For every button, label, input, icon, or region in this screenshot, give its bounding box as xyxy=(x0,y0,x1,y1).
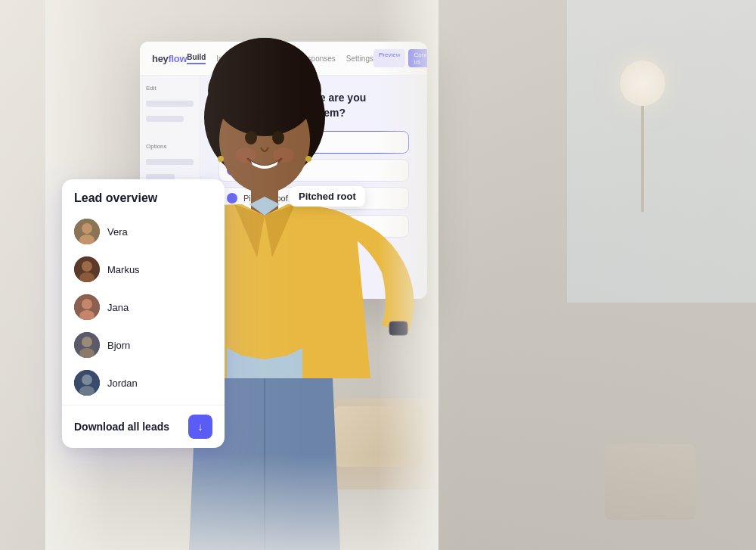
lead-item-bjorn[interactable]: Bjorn xyxy=(68,326,218,364)
svg-point-28 xyxy=(272,131,284,144)
lead-item-jana[interactable]: Jana xyxy=(68,288,218,326)
lead-name-jordan: Jordan xyxy=(107,378,138,389)
lead-list: Vera Markus Jana xyxy=(62,213,225,402)
bg-chair xyxy=(605,444,696,520)
svg-point-30 xyxy=(273,148,294,163)
lead-name-vera: Vera xyxy=(107,226,128,238)
svg-point-27 xyxy=(245,131,257,144)
lead-overview-card: Lead overview Vera Markus xyxy=(62,179,225,448)
svg-point-31 xyxy=(218,156,224,162)
lead-item-markus[interactable]: Markus xyxy=(68,250,218,288)
svg-point-32 xyxy=(305,156,311,162)
lamp-pole xyxy=(641,106,644,212)
download-button[interactable]: ↓ xyxy=(188,415,212,439)
lamp-shade xyxy=(620,61,665,106)
svg-point-29 xyxy=(235,148,256,163)
svg-point-7 xyxy=(82,299,92,309)
svg-point-1 xyxy=(82,223,92,234)
svg-point-20 xyxy=(223,38,306,113)
svg-rect-38 xyxy=(45,454,438,550)
avatar-jana xyxy=(74,294,100,320)
lead-name-bjorn: Bjorn xyxy=(107,340,130,351)
bg-lamp xyxy=(620,61,665,212)
lead-card-header: Lead overview xyxy=(62,179,225,213)
lead-item-vera[interactable]: Vera xyxy=(68,213,218,250)
lead-card-footer: Download all leads ↓ xyxy=(62,405,225,448)
download-label: Download all leads xyxy=(74,421,169,433)
svg-point-13 xyxy=(82,374,92,385)
lead-name-markus: Markus xyxy=(107,264,140,275)
svg-point-4 xyxy=(82,261,92,272)
lead-name-jana: Jana xyxy=(107,302,129,313)
lead-overview-title: Lead overview xyxy=(74,191,212,205)
pitched-root-badge: Pitched root xyxy=(290,186,365,207)
avatar-jordan xyxy=(74,370,100,396)
avatar-vera xyxy=(74,219,100,244)
lead-item-jordan[interactable]: Jordan xyxy=(68,364,218,402)
svg-point-10 xyxy=(82,337,92,347)
avatar-markus xyxy=(74,256,100,282)
avatar-bjorn xyxy=(74,332,100,358)
